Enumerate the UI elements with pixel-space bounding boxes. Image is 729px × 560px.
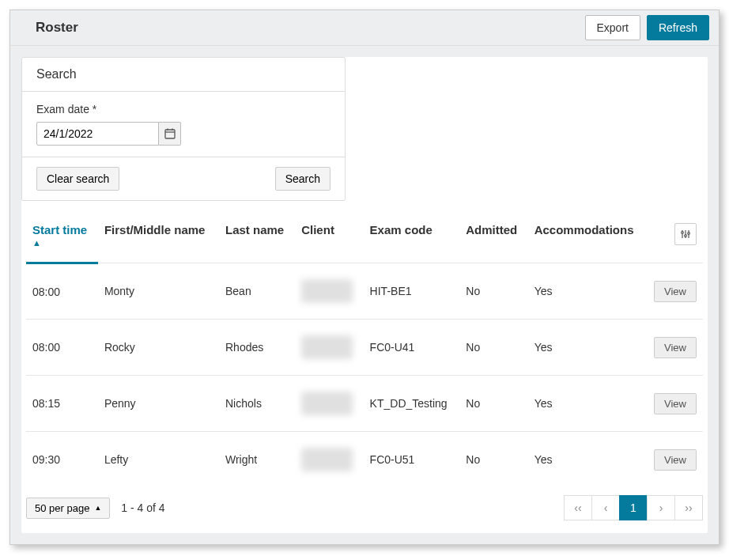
cell-client — [295, 376, 363, 432]
col-admitted[interactable]: Admitted — [459, 215, 527, 263]
view-button[interactable]: View — [654, 393, 697, 414]
table-footer: 50 per page ▲ 1 - 4 of 4 ‹‹ ‹ 1 › ›› — [21, 487, 708, 524]
cell-last-name: Nichols — [219, 376, 295, 432]
view-button[interactable]: View — [654, 449, 697, 471]
footer-left: 50 per page ▲ 1 - 4 of 4 — [26, 498, 165, 519]
table-row: 08:15 Penny Nichols KT_DD_Testing No Yes… — [26, 376, 703, 432]
table-row: 08:00 Monty Bean HIT-BE1 No Yes View — [26, 263, 703, 320]
pager-page-1[interactable]: 1 — [619, 495, 648, 520]
topbar: Roster Export Refresh — [10, 10, 719, 46]
col-accommodations[interactable]: Accommodations — [528, 215, 648, 263]
cell-actions: View — [648, 263, 703, 320]
cell-accommodations: Yes — [528, 376, 648, 432]
column-settings-button[interactable] — [674, 223, 697, 245]
cell-last-name: Wright — [219, 432, 295, 488]
svg-point-5 — [682, 232, 684, 234]
cell-start-time: 08:00 — [26, 263, 98, 320]
cell-admitted: No — [459, 320, 527, 376]
exam-date-group — [36, 122, 331, 146]
roster-app: Roster Export Refresh Search Exam date * — [9, 9, 720, 545]
page-title: Roster — [36, 20, 78, 36]
cell-exam-code: FC0-U41 — [364, 320, 460, 376]
cell-last-name: Bean — [219, 263, 295, 320]
search-body: Exam date * — [22, 92, 345, 157]
cell-start-time: 08:15 — [26, 376, 98, 432]
svg-rect-0 — [165, 130, 175, 138]
topbar-actions: Export Refresh — [585, 15, 710, 40]
cell-last-name: Rhodes — [219, 320, 295, 376]
search-button[interactable]: Search — [275, 167, 331, 191]
col-last-name[interactable]: Last name — [219, 215, 295, 263]
content-area: Search Exam date * Clear search Sea — [10, 46, 719, 544]
cell-first-name: Monty — [98, 263, 219, 320]
col-start-time[interactable]: Start time ▲ — [26, 215, 98, 263]
cell-start-time: 08:00 — [26, 320, 98, 376]
sort-asc-icon: ▲ — [32, 238, 92, 248]
col-first-name[interactable]: First/Middle name — [98, 215, 219, 263]
exam-date-input[interactable] — [36, 122, 159, 146]
cell-first-name: Lefty — [98, 432, 219, 488]
view-button[interactable]: View — [654, 337, 697, 358]
pagination: ‹‹ ‹ 1 › ›› — [565, 495, 703, 520]
view-button[interactable]: View — [654, 281, 697, 302]
cell-actions: View — [648, 376, 703, 432]
redacted-client — [301, 448, 353, 471]
search-panel: Search Exam date * Clear search Sea — [21, 57, 346, 201]
cell-exam-code: KT_DD_Testing — [364, 376, 460, 432]
cell-exam-code: FC0-U51 — [364, 432, 460, 488]
pager-last[interactable]: ›› — [674, 495, 703, 520]
cell-client — [295, 263, 363, 320]
search-heading: Search — [22, 58, 345, 92]
page-range: 1 - 4 of 4 — [121, 501, 164, 514]
table-row: 09:30 Lefty Wright FC0-U51 No Yes View — [26, 432, 703, 488]
pager-first[interactable]: ‹‹ — [564, 495, 592, 520]
sliders-icon — [681, 229, 690, 239]
redacted-client — [301, 335, 353, 359]
calendar-button[interactable] — [159, 122, 181, 146]
per-page-selector[interactable]: 50 per page ▲ — [26, 498, 110, 519]
search-footer: Clear search Search — [22, 157, 345, 200]
cell-accommodations: Yes — [528, 320, 648, 376]
col-exam-code[interactable]: Exam code — [364, 215, 460, 263]
col-client[interactable]: Client — [295, 215, 363, 263]
col-start-time-label: Start time — [32, 223, 87, 236]
export-button[interactable]: Export — [585, 15, 640, 40]
cell-client — [295, 432, 363, 488]
pager-next[interactable]: › — [647, 495, 675, 520]
clear-search-button[interactable]: Clear search — [36, 167, 119, 191]
cell-exam-code: HIT-BE1 — [364, 263, 460, 320]
svg-point-9 — [688, 233, 690, 235]
cell-start-time: 09:30 — [26, 432, 98, 488]
svg-point-7 — [685, 235, 687, 237]
refresh-button[interactable]: Refresh — [647, 15, 709, 40]
roster-table-wrap: Start time ▲ First/Middle name Last name… — [21, 215, 708, 487]
redacted-client — [301, 279, 353, 303]
cell-admitted: No — [459, 376, 527, 432]
calendar-icon — [164, 128, 176, 139]
cell-accommodations: Yes — [528, 263, 648, 320]
cell-first-name: Rocky — [98, 320, 219, 376]
exam-date-label: Exam date * — [36, 103, 331, 115]
cell-actions: View — [648, 320, 703, 376]
col-settings — [648, 215, 703, 263]
table-header-row: Start time ▲ First/Middle name Last name… — [26, 215, 703, 263]
cell-first-name: Penny — [98, 376, 219, 432]
caret-up-icon: ▲ — [94, 504, 101, 512]
cell-accommodations: Yes — [528, 432, 648, 488]
pager-prev[interactable]: ‹ — [591, 495, 620, 520]
cell-admitted: No — [459, 432, 527, 488]
main-panel: Search Exam date * Clear search Sea — [21, 57, 708, 533]
redacted-client — [301, 392, 353, 415]
cell-actions: View — [648, 432, 703, 488]
per-page-label: 50 per page — [35, 502, 89, 514]
table-row: 08:00 Rocky Rhodes FC0-U41 No Yes View — [26, 320, 703, 376]
roster-table: Start time ▲ First/Middle name Last name… — [26, 215, 703, 487]
cell-client — [295, 320, 363, 376]
cell-admitted: No — [459, 263, 527, 320]
